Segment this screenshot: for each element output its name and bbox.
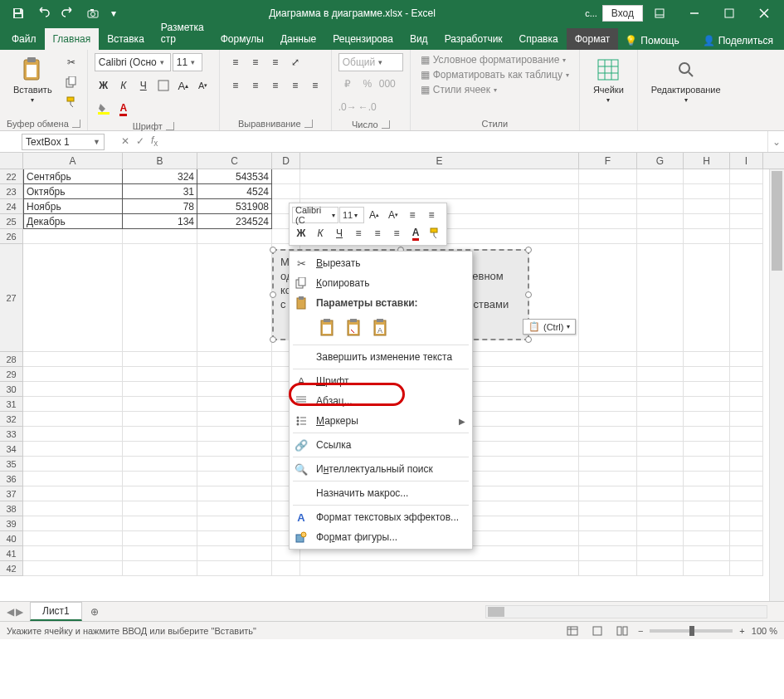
row-header-28[interactable]: 28 (0, 352, 23, 367)
cell-H24[interactable] (684, 199, 730, 214)
cell-B37[interactable] (123, 486, 197, 501)
cell-H28[interactable] (684, 352, 730, 367)
cell-H31[interactable] (684, 397, 730, 412)
cell-I36[interactable] (730, 472, 763, 486)
alignment-launcher[interactable] (304, 120, 313, 128)
cell-I42[interactable] (730, 561, 763, 576)
minimize-icon[interactable] (678, 2, 711, 25)
col-header-I[interactable]: I (730, 153, 763, 169)
tab-review[interactable]: Рецензирова (324, 28, 402, 50)
cell-I37[interactable] (730, 486, 763, 501)
cell-G25[interactable] (637, 214, 684, 229)
cell-E42[interactable] (300, 561, 579, 576)
cell-H39[interactable] (684, 516, 730, 531)
conditional-formatting-button[interactable]: ▦Условное форматирование▾ (417, 53, 572, 66)
align-center-icon[interactable]: ≡ (246, 76, 265, 95)
row-header-31[interactable]: 31 (0, 397, 23, 412)
cell-A22[interactable]: Сентябрь (23, 169, 123, 184)
horizontal-scrollbar[interactable] (485, 605, 767, 618)
cell-A23[interactable]: Октябрь (23, 184, 123, 199)
cell-F36[interactable] (579, 472, 637, 486)
cm-smart-lookup[interactable]: 🔍Интеллектуальный поиск (290, 459, 472, 479)
cell-G35[interactable] (637, 457, 684, 472)
cell-A27[interactable] (23, 244, 123, 352)
cell-A36[interactable] (23, 472, 123, 486)
fill-color-button[interactable] (95, 100, 113, 118)
paste-keep-source-icon[interactable] (316, 316, 339, 340)
cell-A37[interactable] (23, 486, 123, 501)
sheet-tab-1[interactable]: Лист1 (30, 602, 82, 621)
cell-F29[interactable] (579, 367, 637, 382)
cell-I39[interactable] (730, 516, 763, 531)
currency-icon[interactable]: ₽ (338, 75, 357, 93)
cell-C26[interactable] (197, 229, 272, 244)
cell-F27[interactable] (579, 244, 637, 352)
paste-options-button[interactable]: 📋(Ctrl)▾ (523, 319, 576, 335)
qat-dropdown-icon[interactable]: ▾ (108, 3, 119, 23)
cell-C41[interactable] (197, 546, 272, 561)
cell-G30[interactable] (637, 382, 684, 397)
format-painter-icon[interactable] (62, 93, 80, 111)
cell-H26[interactable] (684, 229, 730, 244)
cell-C25[interactable]: 234524 (197, 214, 272, 229)
redo-icon[interactable] (58, 3, 78, 23)
cell-C28[interactable] (197, 352, 272, 367)
cell-B24[interactable]: 78 (123, 199, 197, 214)
cell-F39[interactable] (579, 516, 637, 531)
grow-font-button[interactable]: A▴ (174, 76, 192, 95)
cell-D42[interactable] (272, 561, 300, 576)
percent-icon[interactable]: % (358, 75, 377, 93)
cell-H29[interactable] (684, 367, 730, 382)
cell-B42[interactable] (123, 561, 197, 576)
cell-H22[interactable] (684, 169, 730, 184)
align-bottom-icon[interactable]: ≡ (266, 53, 285, 71)
cell-C39[interactable] (197, 516, 272, 531)
cell-D23[interactable] (272, 184, 300, 199)
cell-F33[interactable] (579, 427, 637, 442)
cell-F37[interactable] (579, 486, 637, 501)
cell-F22[interactable] (579, 169, 637, 184)
cell-D22[interactable] (272, 169, 300, 184)
font-launcher[interactable] (166, 122, 174, 130)
cell-H37[interactable] (684, 486, 730, 501)
cell-G37[interactable] (637, 486, 684, 501)
cell-F23[interactable] (579, 184, 637, 199)
cell-B32[interactable] (123, 412, 197, 427)
cell-B22[interactable]: 324 (123, 169, 197, 184)
cell-I29[interactable] (730, 367, 763, 382)
copy-icon[interactable] (62, 73, 80, 91)
cell-G22[interactable] (637, 169, 684, 184)
mini-increase-indent-icon[interactable]: ≡ (422, 206, 441, 224)
cell-C35[interactable] (197, 457, 272, 472)
cell-F26[interactable] (579, 229, 637, 244)
cell-B30[interactable] (123, 382, 197, 397)
font-color-button[interactable]: A (114, 100, 133, 118)
border-button[interactable] (154, 76, 173, 95)
cell-F28[interactable] (579, 352, 637, 367)
cell-B28[interactable] (123, 352, 197, 367)
cell-F25[interactable] (579, 214, 637, 229)
editing-button[interactable]: Редактирование ▾ (645, 53, 728, 107)
row-header-34[interactable]: 34 (0, 442, 23, 457)
row-header-37[interactable]: 37 (0, 486, 23, 501)
cell-H35[interactable] (684, 457, 730, 472)
cell-I22[interactable] (730, 169, 763, 184)
mini-bold-button[interactable]: Ж (292, 224, 310, 242)
cell-C31[interactable] (197, 397, 272, 412)
cell-B27[interactable] (123, 244, 197, 352)
mini-align-center-icon[interactable]: ≡ (368, 224, 387, 242)
page-break-view-icon[interactable] (613, 623, 631, 638)
cm-text-effects[interactable]: AФормат текстовых эффектов... (290, 507, 472, 527)
cell-A24[interactable]: Ноябрь (23, 199, 123, 214)
cell-C36[interactable] (197, 472, 272, 486)
cell-H30[interactable] (684, 382, 730, 397)
cell-E22[interactable] (300, 169, 579, 184)
cell-F41[interactable] (579, 546, 637, 561)
cell-A41[interactable] (23, 546, 123, 561)
number-format-combo[interactable]: Общий▾ (338, 53, 403, 71)
align-right-icon[interactable]: ≡ (266, 76, 285, 95)
camera-icon[interactable] (83, 3, 103, 23)
cell-B33[interactable] (123, 427, 197, 442)
ribbon-options-icon[interactable] (643, 2, 676, 25)
cell-A34[interactable] (23, 442, 123, 457)
